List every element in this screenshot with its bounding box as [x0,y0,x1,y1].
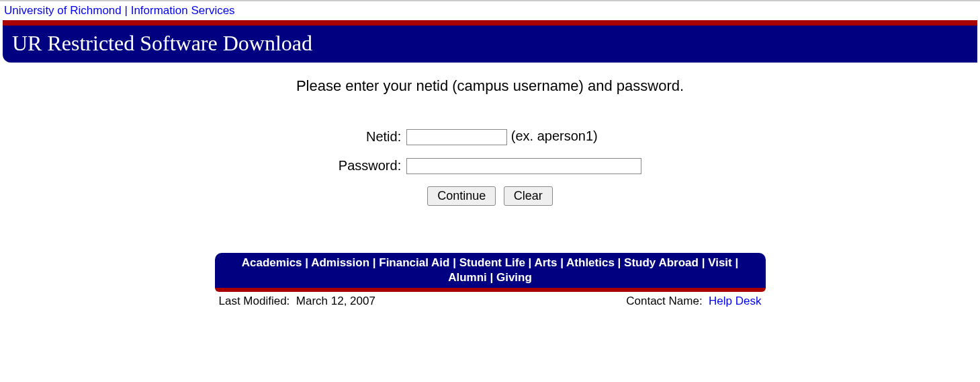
last-modified-value: March 12, 2007 [296,295,375,307]
clear-button[interactable]: Clear [504,186,553,206]
footer: Academics | Admission | Financial Aid | … [215,253,766,311]
top-separator: | [125,4,131,17]
instruction-text: Please enter your netid (campus username… [7,77,973,95]
footer-link-visit[interactable]: Visit [708,256,732,269]
page-title: UR Restricted Software Download [12,31,968,56]
footer-link-athletics[interactable]: Athletics [566,256,615,269]
contact-label: Contact Name: [626,295,702,307]
continue-button[interactable]: Continue [427,186,496,206]
page-header: UR Restricted Software Download [3,26,977,63]
main-content: Please enter your netid (campus username… [0,63,980,253]
last-modified-label: Last Modified: [219,295,290,307]
footer-link-alumni[interactable]: Alumni [448,271,487,284]
footer-link-study-abroad[interactable]: Study Abroad [624,256,699,269]
footer-info: Last Modified: March 12, 2007 Contact Na… [215,292,766,311]
footer-link-arts[interactable]: Arts [534,256,557,269]
top-navigation: University of Richmond | Information Ser… [0,1,980,20]
login-form: Netid: (ex. aperson1) Password: Continue… [336,122,644,213]
password-input[interactable] [406,158,641,174]
netid-example: (ex. aperson1) [511,128,598,143]
footer-link-financial-aid[interactable]: Financial Aid [379,256,449,269]
netid-label: Netid: [337,123,404,151]
password-label: Password: [337,152,404,180]
university-link[interactable]: University of Richmond [4,4,122,17]
footer-link-giving[interactable]: Giving [496,271,532,284]
contact-link[interactable]: Help Desk [709,295,761,307]
info-services-link[interactable]: Information Services [131,4,235,17]
accent-bar-top [3,20,977,26]
footer-link-academics[interactable]: Academics [242,256,302,269]
footer-link-student-life[interactable]: Student Life [459,256,525,269]
footer-navigation: Academics | Admission | Financial Aid | … [215,253,766,288]
netid-input[interactable] [406,129,507,145]
footer-link-admission[interactable]: Admission [311,256,369,269]
